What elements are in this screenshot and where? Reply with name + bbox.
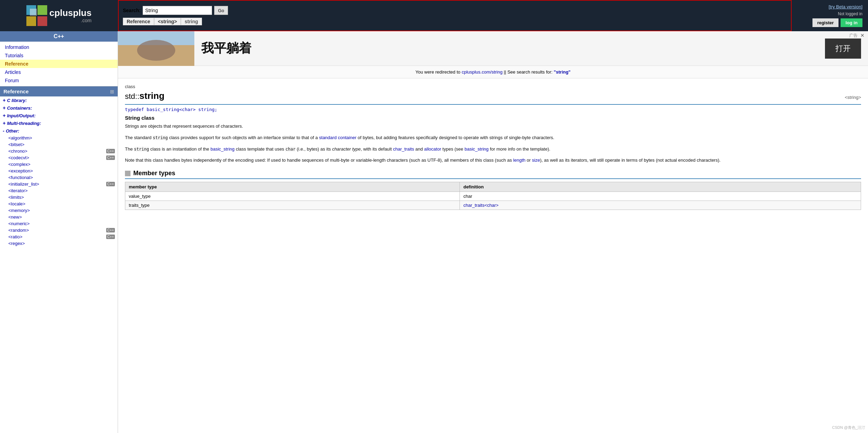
- length-link[interactable]: length: [513, 158, 525, 163]
- member-types-section: Member types member type definition valu…: [125, 170, 861, 210]
- expand-icon: +: [3, 97, 6, 103]
- ref-category-label: Input/Output:: [7, 113, 35, 118]
- redirect-link1[interactable]: cplusplus.com/string: [462, 69, 503, 75]
- svg-rect-2: [26, 16, 36, 26]
- redirect-link2[interactable]: "string": [554, 69, 571, 75]
- reference-panel-icon[interactable]: ⊞: [110, 89, 114, 94]
- breadcrumb-string-header[interactable]: <string>: [154, 18, 181, 25]
- ref-item-new[interactable]: <new>: [0, 214, 118, 220]
- allocator-link[interactable]: allocator: [424, 146, 441, 152]
- beta-link[interactable]: [try Beta version]: [828, 4, 862, 9]
- ref-category-threading[interactable]: + Multi-threading:: [0, 119, 118, 127]
- content-area: 我平躺着 打开 广告 ✕ You were redirected to cplu…: [118, 31, 868, 433]
- standard-container-link[interactable]: standard container: [319, 135, 356, 140]
- redirect-text2: See search results for:: [507, 69, 554, 75]
- ref-item-codecvt[interactable]: <codecvt>C++: [0, 154, 118, 161]
- cpp-section-title: C++: [0, 31, 118, 42]
- member-def-traits-type: char_traits<char>: [460, 201, 861, 210]
- sidebar-item-reference[interactable]: Reference: [0, 60, 118, 68]
- search-row: Search: Go: [123, 6, 787, 15]
- ref-category-clibrary[interactable]: + C library:: [0, 96, 118, 104]
- login-button[interactable]: log in: [841, 18, 862, 27]
- redirect-sep: ||: [503, 69, 507, 75]
- char-traits-char-link[interactable]: char_traits<char>: [463, 203, 498, 208]
- search-input[interactable]: [143, 6, 212, 15]
- ref-category-label: Containers:: [7, 105, 32, 111]
- ref-category-containers[interactable]: + Containers:: [0, 104, 118, 112]
- register-button[interactable]: register: [812, 18, 839, 27]
- reference-panel-title: Reference: [3, 88, 29, 94]
- reference-panel: Reference ⊞ + C library: + Containers: +…: [0, 86, 118, 247]
- ref-item-numeric[interactable]: <numeric>: [0, 220, 118, 227]
- svg-rect-3: [37, 16, 47, 26]
- watermark: CSDN @青色_汪汀: [832, 425, 865, 430]
- typedef-line: typedef basic_string<char> string;: [125, 104, 861, 112]
- ref-item-iterator[interactable]: <iterator>: [0, 187, 118, 194]
- basic-string-link-2[interactable]: basic_string: [464, 146, 488, 152]
- ref-item-regex[interactable]: <regex>: [0, 240, 118, 247]
- logo-area: cplusplus .com: [0, 0, 118, 31]
- ref-item-limits[interactable]: <limits>: [0, 194, 118, 201]
- breadcrumb-reference[interactable]: Reference: [123, 18, 154, 25]
- ref-item-functional[interactable]: <functional>: [0, 174, 118, 181]
- doc-para-3: The string class is an instantiation of …: [125, 146, 861, 153]
- ref-item-exception[interactable]: <exception>: [0, 168, 118, 174]
- main-layout: C++ Information Tutorials Reference Arti…: [0, 31, 868, 433]
- sidebar-item-forum[interactable]: Forum: [0, 76, 118, 85]
- ad-chinese-text: 我平躺着: [201, 40, 251, 57]
- ad-close-button[interactable]: ✕: [860, 33, 865, 38]
- nav-search-area: Search: Go Reference <string> string: [118, 0, 792, 31]
- sidebar-item-tutorials[interactable]: Tutorials: [0, 51, 118, 60]
- size-link[interactable]: size: [532, 158, 540, 163]
- ref-category-io[interactable]: + Input/Output:: [0, 112, 118, 119]
- ref-category-other[interactable]: - Other:: [0, 127, 118, 135]
- char-traits-link[interactable]: char_traits: [393, 146, 414, 152]
- ad-open-button[interactable]: 打开: [825, 39, 861, 59]
- table-header-def: definition: [460, 182, 861, 192]
- ad-image: [118, 31, 194, 66]
- sidebar-item-information[interactable]: Information: [0, 43, 118, 51]
- ref-item-memory[interactable]: <memory>: [0, 207, 118, 214]
- go-button[interactable]: Go: [214, 6, 228, 15]
- ref-item-initializer-list[interactable]: <initializer_list>C++: [0, 181, 118, 187]
- sidebar-item-articles[interactable]: Articles: [0, 68, 118, 76]
- logo-com: .com: [49, 18, 91, 23]
- ad-image-svg: [118, 31, 194, 66]
- breadcrumb-string-class[interactable]: string: [181, 18, 202, 25]
- doc-content: class std::string <string> typedef basic…: [118, 78, 868, 215]
- ref-category-label: C library:: [7, 98, 27, 103]
- ref-item-ratio[interactable]: <ratio>C++: [0, 234, 118, 240]
- doc-para-4: Note that this class handles bytes indep…: [125, 157, 861, 164]
- ref-item-random[interactable]: <random>C++: [0, 227, 118, 234]
- string-class-heading: String class: [125, 115, 861, 121]
- ref-item-complex[interactable]: <complex>: [0, 161, 118, 168]
- ref-item-bitset[interactable]: <bitset>: [0, 141, 118, 148]
- other-items: <algorithm> <bitset> <chrono>C++ <codecv…: [0, 135, 118, 247]
- logo-text-group: cplusplus .com: [49, 8, 91, 24]
- ad-text-area: 我平躺着: [194, 40, 825, 57]
- doc-para-1: Strings are objects that represent seque…: [125, 123, 861, 130]
- doc-para-2: The standard string class provides suppo…: [125, 134, 861, 142]
- ref-item-algorithm[interactable]: <algorithm>: [0, 135, 118, 141]
- redirect-notice: You were redirected to cplusplus.com/str…: [118, 66, 868, 78]
- collapse-icon: -: [3, 128, 5, 134]
- class-name: string: [140, 91, 165, 101]
- table-header-type: member type: [125, 182, 460, 192]
- auth-buttons: register log in: [812, 18, 862, 27]
- member-types-heading-row: Member types: [125, 170, 861, 179]
- ref-item-locale[interactable]: <locale>: [0, 201, 118, 207]
- topbar: cplusplus .com Search: Go Reference <str…: [0, 0, 868, 31]
- table-row: traits_type char_traits<char>: [125, 201, 861, 210]
- svg-rect-1: [37, 5, 47, 15]
- ref-item-chrono[interactable]: <chrono>C++: [0, 148, 118, 154]
- reference-panel-header: Reference ⊞: [0, 86, 118, 96]
- cpp-badge: C++: [106, 228, 115, 232]
- ref-category-label: Other:: [6, 128, 19, 134]
- table-header-row: member type definition: [125, 182, 861, 192]
- basic-string-link-1[interactable]: basic_string: [210, 146, 234, 152]
- member-type-traits-type: traits_type: [125, 201, 460, 210]
- svg-point-7: [137, 40, 175, 61]
- member-types-icon: [125, 171, 130, 176]
- table-row: value_type char: [125, 192, 861, 201]
- class-label: class: [125, 84, 861, 89]
